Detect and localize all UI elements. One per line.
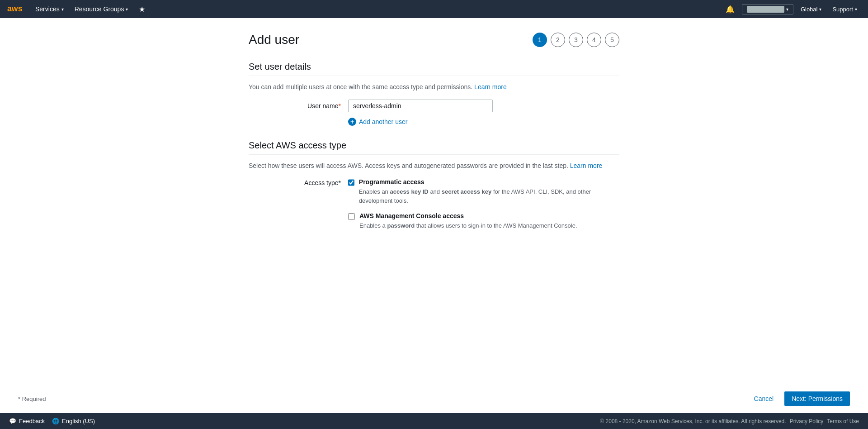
section-divider-1 xyxy=(249,76,619,76)
console-access-content: AWS Management Console access Enables a … xyxy=(359,212,577,230)
set-user-details-section: Set user details You can add multiple us… xyxy=(249,62,619,126)
required-note: * Required xyxy=(18,396,46,402)
select-access-type-section: Select AWS access type Select how these … xyxy=(249,140,619,230)
step-2[interactable]: 2 xyxy=(551,33,565,47)
set-user-details-desc: You can add multiple users at once with … xyxy=(249,83,619,91)
access-type-learn-more-link[interactable]: Learn more xyxy=(570,162,603,169)
svg-text:aws: aws xyxy=(7,4,23,13)
access-type-required-star: * xyxy=(339,179,341,186)
page-header: Add user 1 2 3 4 5 xyxy=(249,33,619,47)
steps-indicator: 1 2 3 4 5 xyxy=(533,33,619,47)
secret-access-key-bold: secret access key xyxy=(442,188,492,195)
footer-actions: Cancel Next: Permissions xyxy=(749,391,850,406)
footer-bar: * Required Cancel Next: Permissions xyxy=(0,384,868,413)
access-type-section-title: Select AWS access type xyxy=(249,140,619,151)
console-access-desc: Enables a password that allows users to … xyxy=(359,221,577,230)
step-5[interactable]: 5 xyxy=(605,33,619,47)
add-user-plus-icon: + xyxy=(348,118,356,126)
support-label: Support xyxy=(832,6,853,13)
bottom-left-section: 💬 Feedback 🌐 English (US) xyxy=(9,418,95,424)
notification-bell-icon[interactable]: 🔔 xyxy=(722,3,738,15)
console-access-checkbox[interactable] xyxy=(348,213,355,220)
global-region-button[interactable]: Global ▾ xyxy=(797,4,826,14)
add-another-user-row[interactable]: + Add another user xyxy=(348,118,619,126)
nav-right-section: 🔔 account-name ▾ Global ▾ Support ▾ xyxy=(722,3,861,15)
programmatic-access-content: Programmatic access Enables an access ke… xyxy=(359,178,619,205)
privacy-policy-link[interactable]: Privacy Policy xyxy=(790,418,824,424)
top-navigation: aws Services ▾ Resource Groups ▾ ★ 🔔 acc… xyxy=(0,0,868,18)
console-access-title: AWS Management Console access xyxy=(359,212,577,219)
cancel-button[interactable]: Cancel xyxy=(749,392,779,405)
page-title: Add user xyxy=(249,33,299,47)
access-key-id-bold: access key ID xyxy=(390,188,428,195)
feedback-button[interactable]: 💬 Feedback xyxy=(9,418,45,424)
feedback-chat-icon: 💬 xyxy=(9,418,16,424)
resource-groups-chevron-icon: ▾ xyxy=(126,7,128,12)
account-name: account-name xyxy=(747,6,784,13)
services-menu-button[interactable]: Services ▾ xyxy=(32,4,67,14)
support-menu-button[interactable]: Support ▾ xyxy=(829,4,861,14)
username-input[interactable] xyxy=(348,100,493,112)
account-menu-button[interactable]: account-name ▾ xyxy=(742,4,793,14)
page-content: Add user 1 2 3 4 5 Set user details You … xyxy=(231,18,637,384)
main-wrapper: Add user 1 2 3 4 5 Set user details You … xyxy=(0,18,868,413)
step-1[interactable]: 1 xyxy=(533,33,547,47)
set-user-details-desc-text: You can add multiple users at once with … xyxy=(249,83,472,91)
resource-groups-label: Resource Groups xyxy=(75,5,124,13)
username-form-row: User name* xyxy=(249,100,619,112)
resource-groups-menu-button[interactable]: Resource Groups ▾ xyxy=(71,4,132,14)
support-chevron-icon: ▾ xyxy=(855,7,857,12)
password-bold: password xyxy=(387,222,415,229)
console-access-option: AWS Management Console access Enables a … xyxy=(348,212,619,230)
programmatic-access-title: Programmatic access xyxy=(359,178,619,186)
username-required-star: * xyxy=(339,102,341,110)
programmatic-access-desc: Enables an access key ID and secret acce… xyxy=(359,187,619,205)
global-label: Global xyxy=(801,6,818,13)
access-type-desc: Select how these users will access AWS. … xyxy=(249,162,619,169)
services-chevron-icon: ▾ xyxy=(61,7,64,12)
bottom-right-section: © 2008 - 2020, Amazon Web Services, Inc.… xyxy=(600,418,859,424)
services-label: Services xyxy=(35,5,60,13)
aws-logo[interactable]: aws xyxy=(7,4,24,14)
account-chevron-icon: ▾ xyxy=(786,7,788,12)
favorites-icon[interactable]: ★ xyxy=(135,3,149,15)
bottom-bar: 💬 Feedback 🌐 English (US) © 2008 - 2020,… xyxy=(0,413,868,429)
access-type-desc-text: Select how these users will access AWS. … xyxy=(249,162,568,169)
next-permissions-button[interactable]: Next: Permissions xyxy=(784,391,850,406)
access-type-label: Access type* xyxy=(249,178,348,186)
username-label: User name* xyxy=(249,100,348,110)
terms-of-use-link[interactable]: Terms of Use xyxy=(827,418,859,424)
set-user-details-title: Set user details xyxy=(249,62,619,72)
access-options-container: Programmatic access Enables an access ke… xyxy=(348,178,619,230)
step-3[interactable]: 3 xyxy=(569,33,583,47)
globe-icon: 🌐 xyxy=(52,418,59,424)
section-divider-2 xyxy=(249,154,619,155)
add-another-user-link[interactable]: Add another user xyxy=(359,118,407,125)
username-label-text: User name xyxy=(307,102,338,110)
programmatic-access-option: Programmatic access Enables an access ke… xyxy=(348,178,619,205)
copyright-text: © 2008 - 2020, Amazon Web Services, Inc.… xyxy=(600,418,786,424)
feedback-label: Feedback xyxy=(19,418,45,424)
language-label: English (US) xyxy=(62,418,95,424)
programmatic-access-checkbox[interactable] xyxy=(348,179,354,186)
step-4[interactable]: 4 xyxy=(587,33,601,47)
set-user-details-learn-more-link[interactable]: Learn more xyxy=(474,83,507,91)
access-type-form-row: Access type* Programmatic access Enables… xyxy=(249,178,619,230)
access-type-label-text: Access type xyxy=(304,179,338,186)
language-selector-button[interactable]: 🌐 English (US) xyxy=(52,418,95,424)
global-chevron-icon: ▾ xyxy=(819,7,821,12)
